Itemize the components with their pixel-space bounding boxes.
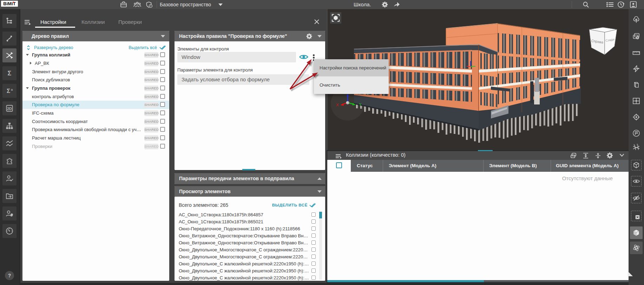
svg-text:2D: 2D <box>7 107 12 111</box>
svg-text:Σ: Σ <box>7 88 10 94</box>
svg-text:Σ: Σ <box>8 70 12 77</box>
svg-text:X: X <box>336 103 339 107</box>
svg-text:Y: Y <box>359 102 362 107</box>
svg-text:+: + <box>11 88 13 92</box>
